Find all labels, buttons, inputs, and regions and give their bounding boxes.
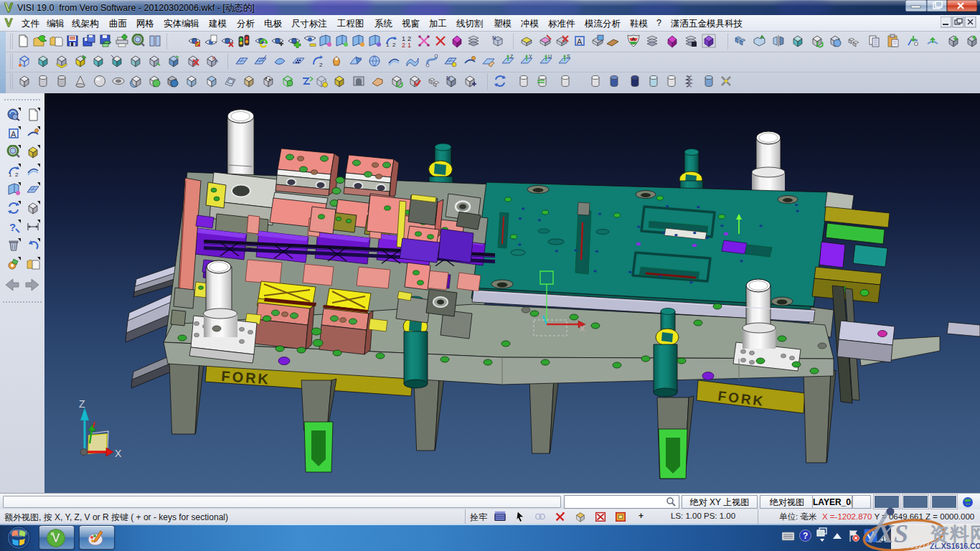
svg-text:N: N — [492, 35, 496, 40]
svg-text:Y: Y — [529, 54, 532, 59]
svg-text:A: A — [11, 130, 17, 138]
svg-text:?: ? — [9, 221, 16, 233]
svg-text:U: U — [548, 54, 552, 59]
svg-text:XS: XS — [876, 519, 908, 548]
svg-text:1: 1 — [386, 42, 390, 48]
svg-text:2012/3/2: 2012/3/2 — [905, 541, 936, 550]
svg-text:N: N — [446, 75, 450, 80]
svg-text:X: X — [580, 324, 585, 333]
svg-text:A: A — [631, 36, 636, 42]
svg-text:Z: Z — [510, 54, 514, 59]
svg-text:2: 2 — [15, 171, 19, 178]
svg-text:A: A — [215, 59, 218, 63]
svg-text:1: 1 — [9, 171, 12, 178]
svg-text:?: ? — [803, 531, 808, 541]
svg-text:1: 1 — [407, 42, 411, 48]
svg-text:Z: Z — [79, 398, 85, 410]
svg-text:S: S — [567, 54, 570, 59]
svg-text:2: 2 — [402, 42, 405, 48]
svg-text:2: 2 — [319, 62, 323, 68]
svg-text:2: 2 — [392, 42, 396, 48]
svg-text:A: A — [577, 37, 583, 46]
svg-text:X: X — [115, 448, 122, 459]
svg-text:ZL.XS1616.COM: ZL.XS1616.COM — [930, 542, 980, 550]
